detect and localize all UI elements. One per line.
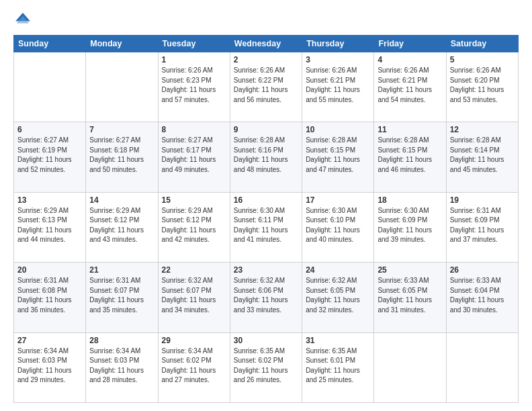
day-header-wednesday: Wednesday — [230, 36, 302, 52]
day-number: 17 — [306, 195, 370, 205]
calendar-cell: 8Sunrise: 6:27 AMSunset: 6:17 PMDaylight… — [158, 122, 230, 192]
day-number: 16 — [234, 195, 298, 205]
calendar-cell: 22Sunrise: 6:32 AMSunset: 6:07 PMDayligh… — [158, 263, 230, 332]
day-number: 25 — [378, 265, 442, 275]
calendar-cell: 18Sunrise: 6:30 AMSunset: 6:09 PMDayligh… — [374, 192, 446, 262]
calendar-cell: 4Sunrise: 6:26 AMSunset: 6:21 PMDaylight… — [374, 52, 446, 122]
day-number: 20 — [17, 265, 82, 275]
day-number: 31 — [306, 336, 370, 345]
day-number: 11 — [378, 125, 442, 134]
day-info: Sunrise: 6:32 AMSunset: 6:05 PMDaylight:… — [306, 276, 370, 315]
day-number: 28 — [89, 336, 154, 345]
day-info: Sunrise: 6:30 AMSunset: 6:10 PMDaylight:… — [306, 206, 370, 245]
day-number: 2 — [234, 55, 298, 64]
day-number: 24 — [306, 265, 370, 275]
calendar-cell: 16Sunrise: 6:30 AMSunset: 6:11 PMDayligh… — [230, 192, 302, 262]
calendar-cell: 10Sunrise: 6:28 AMSunset: 6:15 PMDayligh… — [302, 122, 374, 192]
day-number: 23 — [234, 265, 298, 275]
calendar-cell: 28Sunrise: 6:34 AMSunset: 6:03 PMDayligh… — [86, 332, 158, 402]
day-info: Sunrise: 6:34 AMSunset: 6:03 PMDaylight:… — [89, 347, 154, 385]
calendar-cell: 17Sunrise: 6:30 AMSunset: 6:10 PMDayligh… — [302, 192, 374, 262]
day-number: 30 — [234, 336, 298, 345]
day-info: Sunrise: 6:33 AMSunset: 6:04 PMDaylight:… — [450, 276, 515, 315]
day-info: Sunrise: 6:30 AMSunset: 6:11 PMDaylight:… — [234, 206, 298, 245]
day-info: Sunrise: 6:35 AMSunset: 6:01 PMDaylight:… — [306, 347, 370, 385]
day-number: 1 — [162, 55, 226, 64]
calendar-cell: 31Sunrise: 6:35 AMSunset: 6:01 PMDayligh… — [302, 332, 374, 402]
calendar-week-3: 13Sunrise: 6:29 AMSunset: 6:13 PMDayligh… — [14, 192, 519, 262]
day-number: 5 — [450, 55, 515, 64]
day-info: Sunrise: 6:29 AMSunset: 6:13 PMDaylight:… — [17, 206, 82, 245]
calendar-week-2: 6Sunrise: 6:27 AMSunset: 6:19 PMDaylight… — [14, 122, 519, 192]
day-info: Sunrise: 6:27 AMSunset: 6:18 PMDaylight:… — [89, 136, 154, 175]
day-info: Sunrise: 6:28 AMSunset: 6:15 PMDaylight:… — [306, 136, 370, 175]
calendar-cell: 5Sunrise: 6:26 AMSunset: 6:20 PMDaylight… — [446, 52, 518, 122]
calendar-cell: 26Sunrise: 6:33 AMSunset: 6:04 PMDayligh… — [446, 263, 518, 332]
calendar-cell: 24Sunrise: 6:32 AMSunset: 6:05 PMDayligh… — [302, 263, 374, 332]
calendar-cell — [374, 332, 446, 402]
day-number: 3 — [306, 55, 370, 64]
calendar-cell: 13Sunrise: 6:29 AMSunset: 6:13 PMDayligh… — [14, 192, 86, 262]
calendar-cell: 7Sunrise: 6:27 AMSunset: 6:18 PMDaylight… — [86, 122, 158, 192]
day-info: Sunrise: 6:26 AMSunset: 6:21 PMDaylight:… — [306, 66, 370, 105]
calendar-cell: 1Sunrise: 6:26 AMSunset: 6:23 PMDaylight… — [158, 52, 230, 122]
day-number: 22 — [162, 265, 226, 275]
day-header-tuesday: Tuesday — [158, 36, 230, 52]
calendar-header-row: SundayMondayTuesdayWednesdayThursdayFrid… — [14, 36, 519, 52]
day-number: 19 — [450, 195, 515, 205]
calendar-cell: 29Sunrise: 6:34 AMSunset: 6:02 PMDayligh… — [158, 332, 230, 402]
calendar-cell: 2Sunrise: 6:26 AMSunset: 6:22 PMDaylight… — [230, 52, 302, 122]
day-info: Sunrise: 6:32 AMSunset: 6:07 PMDaylight:… — [162, 276, 226, 315]
day-number: 21 — [89, 265, 154, 275]
day-info: Sunrise: 6:26 AMSunset: 6:21 PMDaylight:… — [378, 66, 442, 105]
calendar-week-4: 20Sunrise: 6:31 AMSunset: 6:08 PMDayligh… — [14, 263, 519, 332]
day-info: Sunrise: 6:29 AMSunset: 6:12 PMDaylight:… — [89, 206, 154, 245]
calendar-cell: 6Sunrise: 6:27 AMSunset: 6:19 PMDaylight… — [14, 122, 86, 192]
day-header-thursday: Thursday — [302, 36, 374, 52]
calendar-cell: 21Sunrise: 6:31 AMSunset: 6:07 PMDayligh… — [86, 263, 158, 332]
calendar-cell: 15Sunrise: 6:29 AMSunset: 6:12 PMDayligh… — [158, 192, 230, 262]
day-number: 4 — [378, 55, 442, 64]
calendar-cell: 19Sunrise: 6:31 AMSunset: 6:09 PMDayligh… — [446, 192, 518, 262]
day-info: Sunrise: 6:33 AMSunset: 6:05 PMDaylight:… — [378, 276, 442, 315]
day-number: 15 — [162, 195, 226, 205]
calendar-cell: 30Sunrise: 6:35 AMSunset: 6:02 PMDayligh… — [230, 332, 302, 402]
day-header-sunday: Sunday — [14, 36, 86, 52]
day-info: Sunrise: 6:26 AMSunset: 6:20 PMDaylight:… — [450, 66, 515, 105]
day-number: 18 — [378, 195, 442, 205]
calendar-cell: 12Sunrise: 6:28 AMSunset: 6:14 PMDayligh… — [446, 122, 518, 192]
calendar-cell — [14, 52, 86, 122]
day-info: Sunrise: 6:29 AMSunset: 6:12 PMDaylight:… — [162, 206, 226, 245]
day-info: Sunrise: 6:28 AMSunset: 6:16 PMDaylight:… — [234, 136, 298, 175]
calendar-week-5: 27Sunrise: 6:34 AMSunset: 6:03 PMDayligh… — [14, 332, 519, 402]
day-info: Sunrise: 6:35 AMSunset: 6:02 PMDaylight:… — [234, 347, 298, 385]
day-header-friday: Friday — [374, 36, 446, 52]
day-info: Sunrise: 6:34 AMSunset: 6:02 PMDaylight:… — [162, 347, 226, 385]
day-info: Sunrise: 6:28 AMSunset: 6:14 PMDaylight:… — [450, 136, 515, 175]
day-number: 27 — [17, 336, 82, 345]
day-info: Sunrise: 6:32 AMSunset: 6:06 PMDaylight:… — [234, 276, 298, 315]
calendar-cell: 11Sunrise: 6:28 AMSunset: 6:15 PMDayligh… — [374, 122, 446, 192]
day-number: 26 — [450, 265, 515, 275]
day-info: Sunrise: 6:31 AMSunset: 6:07 PMDaylight:… — [89, 276, 154, 315]
calendar-cell: 14Sunrise: 6:29 AMSunset: 6:12 PMDayligh… — [86, 192, 158, 262]
calendar-cell: 23Sunrise: 6:32 AMSunset: 6:06 PMDayligh… — [230, 263, 302, 332]
day-number: 14 — [89, 195, 154, 205]
calendar-cell: 9Sunrise: 6:28 AMSunset: 6:16 PMDaylight… — [230, 122, 302, 192]
day-info: Sunrise: 6:26 AMSunset: 6:23 PMDaylight:… — [162, 66, 226, 105]
day-info: Sunrise: 6:27 AMSunset: 6:17 PMDaylight:… — [162, 136, 226, 175]
header — [13, 11, 519, 30]
calendar-week-1: 1Sunrise: 6:26 AMSunset: 6:23 PMDaylight… — [14, 52, 519, 122]
page: SundayMondayTuesdayWednesdayThursdayFrid… — [0, 0, 532, 411]
day-header-monday: Monday — [86, 36, 158, 52]
day-number: 7 — [89, 125, 154, 134]
day-number: 12 — [450, 125, 515, 134]
calendar-cell: 20Sunrise: 6:31 AMSunset: 6:08 PMDayligh… — [14, 263, 86, 332]
calendar-cell — [86, 52, 158, 122]
day-info: Sunrise: 6:28 AMSunset: 6:15 PMDaylight:… — [378, 136, 442, 175]
day-info: Sunrise: 6:31 AMSunset: 6:08 PMDaylight:… — [17, 276, 82, 315]
day-info: Sunrise: 6:34 AMSunset: 6:03 PMDaylight:… — [17, 347, 82, 385]
day-number: 10 — [306, 125, 370, 134]
calendar-cell: 25Sunrise: 6:33 AMSunset: 6:05 PMDayligh… — [374, 263, 446, 332]
calendar-cell — [446, 332, 518, 402]
